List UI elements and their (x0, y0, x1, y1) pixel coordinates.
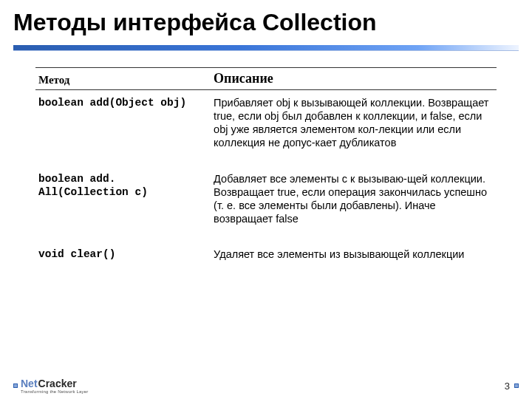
table-row: boolean add. All(Collection c) Добавляет… (35, 166, 497, 242)
method-signature: void clear() (35, 242, 211, 277)
page-number: 3 (505, 381, 510, 392)
slide-footer: NetCracker Transforming the Network Laye… (0, 372, 532, 399)
method-description: Прибавляет obj к вызывающей коллекции. В… (211, 90, 497, 166)
method-description: Удаляет все элементы из вызывающей колле… (211, 242, 497, 277)
col-header-method: Метод (35, 68, 211, 90)
method-signature: boolean add(Object obj) (35, 90, 211, 166)
logo-tagline: Transforming the Network Layer (21, 389, 88, 394)
netcracker-logo: NetCracker Transforming the Network Laye… (21, 378, 88, 394)
logo-part-cracker: Cracker (38, 378, 77, 389)
table-row: void clear() Удаляет все элементы из выз… (35, 242, 497, 277)
logo-part-net: Net (21, 378, 38, 389)
method-description: Добавляет все элементы с к вызываю-щей к… (211, 166, 497, 242)
methods-table-wrap: Метод Описание boolean add(Object obj) П… (0, 51, 532, 277)
footer-left: NetCracker Transforming the Network Laye… (13, 378, 88, 394)
col-header-description: Описание (211, 68, 497, 90)
footer-right: 3 (505, 381, 519, 392)
methods-table: Метод Описание boolean add(Object obj) П… (35, 67, 497, 277)
title-accent-bar (13, 45, 519, 51)
slide-title: Методы интерфейса Collection (0, 0, 532, 44)
decorative-square-icon (13, 383, 18, 388)
table-row: boolean add(Object obj) Прибавляет obj к… (35, 90, 497, 166)
decorative-square-icon (514, 383, 519, 388)
method-signature: boolean add. All(Collection c) (35, 166, 211, 242)
